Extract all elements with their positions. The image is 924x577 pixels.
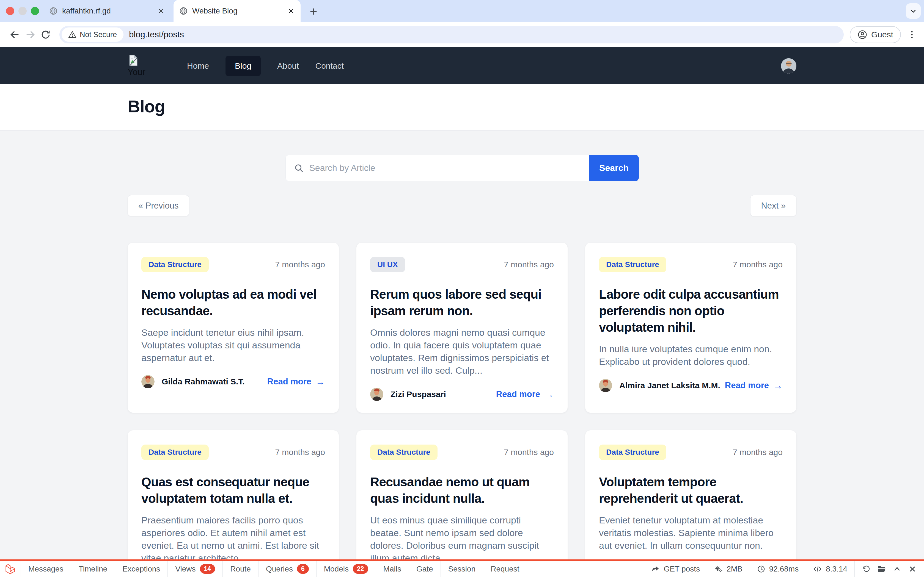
new-tab-button[interactable] xyxy=(307,5,320,18)
debugbar-tab-mails[interactable]: Mails xyxy=(376,561,409,577)
address-bar[interactable]: Not Secure blog.test/posts xyxy=(60,26,844,44)
posts-grid: Data Structure 7 months ago Nemo volupta… xyxy=(128,243,796,577)
post-excerpt: Ut eos minus quae similique corrupti bea… xyxy=(370,514,554,564)
close-window-button[interactable] xyxy=(6,7,14,15)
tab-close-icon[interactable] xyxy=(157,7,165,15)
category-badge[interactable]: Data Structure xyxy=(141,445,209,460)
debugbar-tab-exceptions[interactable]: Exceptions xyxy=(115,561,168,577)
globe-favicon-icon xyxy=(49,6,58,15)
browser-tabstrip: kaffahtkn.rf.gd Website Blog xyxy=(0,0,924,22)
nav-link-home[interactable]: Home xyxy=(187,56,209,76)
category-badge[interactable]: Data Structure xyxy=(599,445,666,460)
debugbar-tab-views[interactable]: Views14 xyxy=(168,561,223,577)
browser-toolbar: Not Secure blog.test/posts Guest xyxy=(0,22,924,47)
request-label: GET posts xyxy=(664,565,700,574)
tab-close-icon[interactable] xyxy=(287,7,295,15)
search-button[interactable]: Search xyxy=(589,155,639,181)
next-page-button[interactable]: Next » xyxy=(750,195,796,216)
debugbar-tab-queries[interactable]: Queries6 xyxy=(258,561,317,577)
debugbar-tab-label: Models xyxy=(324,565,349,574)
debugbar-tab-request[interactable]: Request xyxy=(483,561,527,577)
post-time: 7 months ago xyxy=(733,260,783,269)
nav-link-contact[interactable]: Contact xyxy=(315,56,344,76)
collapse-debugbar-button[interactable] xyxy=(889,561,905,577)
site-logo[interactable]: Your xyxy=(128,55,152,77)
post-excerpt: Eveniet tenetur voluptatum at molestiae … xyxy=(599,514,783,552)
post-title[interactable]: Labore odit culpa accusantium perferendi… xyxy=(599,286,783,335)
post-title[interactable]: Rerum quos labore sed sequi ipsam rerum … xyxy=(370,286,554,319)
debugbar-tab-timeline[interactable]: Timeline xyxy=(71,561,115,577)
browser-tab-inactive[interactable]: kaffahtkn.rf.gd xyxy=(44,0,171,22)
post-title[interactable]: Quas est consequatur neque voluptatem to… xyxy=(141,474,325,507)
category-badge[interactable]: Data Structure xyxy=(370,445,438,460)
browser-menu-icon[interactable] xyxy=(907,30,917,40)
debugbar-count-badge: 14 xyxy=(200,564,215,574)
browser-tab-active[interactable]: Website Blog xyxy=(173,0,300,22)
post-card: Data Structure 7 months ago Nemo volupta… xyxy=(128,243,339,413)
nav-link-blog[interactable]: Blog xyxy=(226,56,261,76)
read-more-link[interactable]: Read more → xyxy=(267,376,325,387)
debugbar-actions xyxy=(855,561,924,577)
debugbar-tab-label: Mails xyxy=(383,565,401,574)
author-avatar xyxy=(599,379,612,392)
read-more-label: Read more xyxy=(725,380,769,390)
debugbar-count-badge: 22 xyxy=(353,564,368,574)
post-card-header: Data Structure 7 months ago xyxy=(599,445,783,460)
post-title[interactable]: Nemo voluptas ad ea modi vel recusandae. xyxy=(141,286,325,319)
security-chip[interactable]: Not Secure xyxy=(61,27,123,42)
post-card-header: Data Structure 7 months ago xyxy=(370,445,554,460)
debugbar-tab-messages[interactable]: Messages xyxy=(21,561,71,577)
close-debugbar-button[interactable] xyxy=(905,561,920,577)
back-button[interactable] xyxy=(7,27,23,42)
history-button[interactable] xyxy=(859,561,874,577)
debugbar-tab-session[interactable]: Session xyxy=(441,561,483,577)
php-version-stat: 8.3.14 xyxy=(806,561,855,577)
debugbar-tab-label: Session xyxy=(448,565,476,574)
tab-title: Website Blog xyxy=(192,6,283,15)
laravel-debugbar: MessagesTimelineExceptionsViews14RouteQu… xyxy=(0,559,924,577)
open-folder-button[interactable] xyxy=(874,561,889,577)
category-badge[interactable]: Data Structure xyxy=(141,257,209,272)
debugbar-tab-gate[interactable]: Gate xyxy=(409,561,441,577)
window-controls xyxy=(6,7,39,15)
category-badge[interactable]: UI UX xyxy=(370,257,405,272)
globe-favicon-icon xyxy=(179,6,188,15)
post-card-footer: Gilda Rahmawati S.T. Read more → xyxy=(141,375,325,388)
debugbar-tab-models[interactable]: Models22 xyxy=(317,561,376,577)
search-box[interactable] xyxy=(286,155,589,181)
debugbar-tab-route[interactable]: Route xyxy=(223,561,258,577)
request-stat[interactable]: GET posts xyxy=(644,561,707,577)
post-title[interactable]: Voluptatem tempore reprehenderit ut quae… xyxy=(599,474,783,507)
arrow-right-icon: → xyxy=(773,380,783,391)
main-content: Search « Previous Next » Data Structure … xyxy=(0,131,924,577)
laravel-logo-icon[interactable] xyxy=(0,561,21,577)
person-icon xyxy=(858,30,867,40)
search-input[interactable] xyxy=(309,163,581,173)
nav-link-about[interactable]: About xyxy=(277,56,299,76)
forward-button[interactable] xyxy=(23,27,38,42)
site-navbar: Your Home Blog About Contact xyxy=(0,47,924,84)
read-more-link[interactable]: Read more → xyxy=(496,389,554,400)
security-label: Not Secure xyxy=(80,31,117,39)
post-title[interactable]: Recusandae nemo ut quam quas incidunt nu… xyxy=(370,474,554,507)
post-excerpt: Praesentium maiores facilis porro quos a… xyxy=(141,514,325,564)
read-more-label: Read more xyxy=(267,377,311,387)
previous-page-button[interactable]: « Previous xyxy=(128,195,189,216)
reload-button[interactable] xyxy=(38,27,53,42)
page-header: Blog xyxy=(0,84,924,131)
arrow-right-icon: → xyxy=(316,376,325,387)
category-badge[interactable]: Data Structure xyxy=(599,257,666,272)
zoom-window-button[interactable] xyxy=(31,7,39,15)
debugbar-tab-label: Route xyxy=(230,565,251,574)
user-avatar[interactable] xyxy=(781,58,796,74)
post-card-footer: Almira Janet Laksita M.M. Read more → xyxy=(599,379,783,392)
profile-button[interactable]: Guest xyxy=(850,26,901,43)
tab-search-chevron-button[interactable] xyxy=(906,3,921,19)
author-avatar xyxy=(141,375,155,388)
debugbar-tab-label: Views xyxy=(175,565,195,574)
debugbar-count-badge: 6 xyxy=(297,564,309,574)
post-card: Data Structure 7 months ago Quas est con… xyxy=(128,430,339,577)
broken-image-icon xyxy=(128,55,139,66)
minimize-window-button[interactable] xyxy=(18,7,27,15)
read-more-link[interactable]: Read more → xyxy=(725,380,783,391)
